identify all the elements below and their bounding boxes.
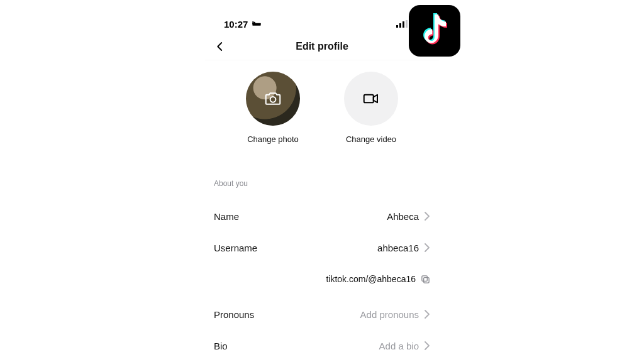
avatar xyxy=(246,72,300,126)
sleep-icon xyxy=(252,19,262,29)
row-username[interactable]: Username ahbeca16 xyxy=(205,232,439,263)
change-video-button[interactable]: Change video xyxy=(344,72,398,144)
cellular-signal-icon xyxy=(396,20,408,28)
svg-rect-0 xyxy=(253,23,261,26)
row-name-value: Ahbeca xyxy=(387,211,419,222)
svg-rect-8 xyxy=(364,95,374,103)
phone-frame: 10:27 Edit profile xyxy=(205,15,439,362)
svg-rect-9 xyxy=(424,277,429,282)
status-bar: 10:27 xyxy=(205,15,439,33)
svg-point-2 xyxy=(254,22,256,24)
status-left: 10:27 xyxy=(224,19,262,30)
tiktok-app-icon xyxy=(409,5,460,57)
row-username-label: Username xyxy=(214,243,257,253)
row-bio-value: Add a bio xyxy=(379,341,419,351)
nav-bar: Edit profile xyxy=(205,33,439,60)
chevron-left-icon xyxy=(214,41,226,52)
settings-rows: Name Ahbeca Username ahbeca16 tiktok.com… xyxy=(205,200,439,361)
change-photo-button[interactable]: Change photo xyxy=(246,72,300,144)
chevron-right-icon xyxy=(424,341,430,350)
video-placeholder xyxy=(344,72,398,126)
copy-icon xyxy=(421,275,430,284)
chevron-right-icon xyxy=(424,310,430,319)
svg-rect-4 xyxy=(399,23,401,28)
row-profile-link[interactable]: tiktok.com/@ahbeca16 xyxy=(205,263,439,295)
chevron-right-icon xyxy=(424,212,430,221)
tiktok-logo-icon xyxy=(419,13,450,48)
camera-icon xyxy=(264,89,282,108)
change-video-label: Change video xyxy=(346,134,396,144)
row-username-value: ahbeca16 xyxy=(377,243,419,253)
profile-link-text: tiktok.com/@ahbeca16 xyxy=(326,274,416,284)
svg-rect-6 xyxy=(406,20,408,28)
row-name[interactable]: Name Ahbeca xyxy=(205,200,439,232)
back-button[interactable] xyxy=(211,38,229,55)
change-photo-label: Change photo xyxy=(247,134,299,144)
svg-rect-5 xyxy=(402,21,404,28)
page-title: Edit profile xyxy=(296,41,348,52)
chevron-right-icon xyxy=(424,243,430,252)
status-time: 10:27 xyxy=(224,19,248,30)
row-name-label: Name xyxy=(214,211,239,222)
svg-point-7 xyxy=(270,97,276,102)
svg-rect-10 xyxy=(422,275,427,280)
row-pronouns[interactable]: Pronouns Add pronouns xyxy=(205,299,439,330)
media-row: Change photo Change video xyxy=(205,72,439,144)
row-bio[interactable]: Bio Add a bio xyxy=(205,330,439,361)
section-header-about: About you xyxy=(205,179,439,188)
row-bio-label: Bio xyxy=(214,341,228,351)
svg-rect-1 xyxy=(253,21,254,24)
row-pronouns-label: Pronouns xyxy=(214,309,254,320)
svg-rect-3 xyxy=(396,25,398,28)
video-camera-icon xyxy=(362,89,380,108)
row-pronouns-value: Add pronouns xyxy=(360,309,419,320)
